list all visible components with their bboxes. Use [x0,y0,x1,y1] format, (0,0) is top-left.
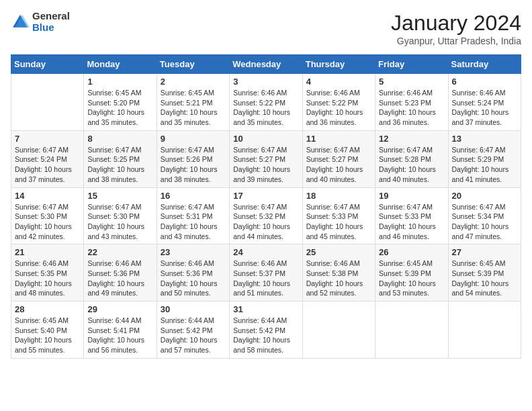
day-number: 17 [233,191,298,201]
logo-icon [11,13,30,32]
day-info: Sunrise: 6:47 AMSunset: 5:34 PMDaylight:… [452,203,509,240]
day-info: Sunrise: 6:44 AMSunset: 5:42 PMDaylight:… [161,316,218,354]
calendar-day-cell [375,302,448,359]
calendar-day-cell [448,302,521,359]
day-number: 23 [161,247,226,257]
day-number: 11 [306,134,371,144]
day-number: 25 [306,247,371,257]
day-number: 12 [379,134,444,144]
day-number: 30 [161,304,226,314]
day-number: 9 [161,134,226,144]
calendar-day-cell [302,302,375,359]
calendar-day-cell: 5 Sunrise: 6:46 AMSunset: 5:23 PMDayligh… [375,74,448,131]
day-info: Sunrise: 6:45 AMSunset: 5:39 PMDaylight:… [379,259,436,297]
day-number: 26 [379,247,444,257]
day-number: 22 [87,247,152,257]
calendar-day-cell: 22 Sunrise: 6:46 AMSunset: 5:36 PMDaylig… [84,244,157,302]
day-number: 5 [379,77,444,87]
day-number: 15 [87,191,152,201]
calendar-day-cell: 3 Sunrise: 6:46 AMSunset: 5:22 PMDayligh… [230,74,302,131]
weekday-header-row: SundayMondayTuesdayWednesdayThursdayFrid… [11,55,521,74]
logo-text: General Blue [32,11,70,33]
day-info: Sunrise: 6:47 AMSunset: 5:27 PMDaylight:… [233,146,290,183]
calendar-day-cell: 21 Sunrise: 6:46 AMSunset: 5:35 PMDaylig… [11,244,84,302]
day-number: 16 [161,191,226,201]
calendar-table: SundayMondayTuesdayWednesdayThursdayFrid… [11,54,521,359]
calendar-day-cell: 6 Sunrise: 6:46 AMSunset: 5:24 PMDayligh… [448,74,521,131]
day-info: Sunrise: 6:46 AMSunset: 5:24 PMDaylight:… [452,89,509,126]
day-info: Sunrise: 6:44 AMSunset: 5:42 PMDaylight:… [233,316,290,354]
weekday-header-cell: Monday [84,55,157,74]
day-number: 4 [306,77,371,87]
weekday-header-cell: Thursday [302,55,375,74]
day-number: 31 [233,304,298,314]
calendar-day-cell: 4 Sunrise: 6:46 AMSunset: 5:22 PMDayligh… [302,74,375,131]
day-info: Sunrise: 6:47 AMSunset: 5:30 PMDaylight:… [15,203,72,240]
calendar-day-cell: 13 Sunrise: 6:47 AMSunset: 5:29 PMDaylig… [448,130,521,187]
calendar-day-cell: 12 Sunrise: 6:47 AMSunset: 5:28 PMDaylig… [375,130,448,187]
day-info: Sunrise: 6:46 AMSunset: 5:37 PMDaylight:… [233,259,290,297]
day-number: 3 [233,77,298,87]
day-number: 13 [452,134,517,144]
day-info: Sunrise: 6:45 AMSunset: 5:40 PMDaylight:… [15,316,72,354]
day-info: Sunrise: 6:47 AMSunset: 5:29 PMDaylight:… [452,146,509,183]
calendar-day-cell: 11 Sunrise: 6:47 AMSunset: 5:27 PMDaylig… [302,130,375,187]
day-info: Sunrise: 6:46 AMSunset: 5:22 PMDaylight:… [306,89,363,126]
calendar-day-cell: 2 Sunrise: 6:45 AMSunset: 5:21 PMDayligh… [157,74,229,131]
calendar-day-cell: 17 Sunrise: 6:47 AMSunset: 5:32 PMDaylig… [230,187,302,244]
title-area: January 2024 Gyanpur, Uttar Pradesh, Ind… [391,11,521,46]
day-number: 19 [379,191,444,201]
logo-blue: Blue [32,22,70,34]
day-info: Sunrise: 6:46 AMSunset: 5:23 PMDaylight:… [379,89,436,126]
day-info: Sunrise: 6:47 AMSunset: 5:26 PMDaylight:… [161,146,218,183]
day-info: Sunrise: 6:45 AMSunset: 5:39 PMDaylight:… [452,259,509,297]
day-info: Sunrise: 6:45 AMSunset: 5:20 PMDaylight:… [87,89,144,126]
calendar-week-row: 28 Sunrise: 6:45 AMSunset: 5:40 PMDaylig… [11,302,521,359]
day-info: Sunrise: 6:47 AMSunset: 5:33 PMDaylight:… [379,203,436,240]
calendar-day-cell: 1 Sunrise: 6:45 AMSunset: 5:20 PMDayligh… [84,74,157,131]
day-info: Sunrise: 6:46 AMSunset: 5:35 PMDaylight:… [15,259,72,297]
calendar-day-cell: 24 Sunrise: 6:46 AMSunset: 5:37 PMDaylig… [230,244,302,302]
day-info: Sunrise: 6:45 AMSunset: 5:21 PMDaylight:… [161,89,218,126]
calendar-day-cell: 15 Sunrise: 6:47 AMSunset: 5:30 PMDaylig… [84,187,157,244]
day-info: Sunrise: 6:47 AMSunset: 5:33 PMDaylight:… [306,203,363,240]
calendar-body: 1 Sunrise: 6:45 AMSunset: 5:20 PMDayligh… [11,74,521,359]
day-number: 1 [87,77,152,87]
day-number: 20 [452,191,517,201]
day-info: Sunrise: 6:47 AMSunset: 5:27 PMDaylight:… [306,146,363,183]
day-info: Sunrise: 6:46 AMSunset: 5:36 PMDaylight:… [87,259,144,297]
calendar-day-cell: 14 Sunrise: 6:47 AMSunset: 5:30 PMDaylig… [11,187,84,244]
calendar-day-cell: 9 Sunrise: 6:47 AMSunset: 5:26 PMDayligh… [157,130,229,187]
weekday-header-cell: Sunday [11,55,84,74]
day-number: 8 [87,134,152,144]
day-info: Sunrise: 6:46 AMSunset: 5:36 PMDaylight:… [161,259,218,297]
day-info: Sunrise: 6:47 AMSunset: 5:32 PMDaylight:… [233,203,290,240]
calendar-day-cell: 20 Sunrise: 6:47 AMSunset: 5:34 PMDaylig… [448,187,521,244]
day-info: Sunrise: 6:46 AMSunset: 5:38 PMDaylight:… [306,259,363,297]
calendar-day-cell: 26 Sunrise: 6:45 AMSunset: 5:39 PMDaylig… [375,244,448,302]
day-number: 10 [233,134,298,144]
logo: General Blue [11,11,70,33]
day-number: 14 [15,191,80,201]
day-number: 28 [15,304,80,314]
calendar-day-cell: 23 Sunrise: 6:46 AMSunset: 5:36 PMDaylig… [157,244,229,302]
calendar-day-cell: 30 Sunrise: 6:44 AMSunset: 5:42 PMDaylig… [157,302,229,359]
day-info: Sunrise: 6:47 AMSunset: 5:30 PMDaylight:… [87,203,144,240]
calendar-day-cell: 25 Sunrise: 6:46 AMSunset: 5:38 PMDaylig… [302,244,375,302]
calendar-day-cell [11,74,84,131]
calendar-day-cell: 8 Sunrise: 6:47 AMSunset: 5:25 PMDayligh… [84,130,157,187]
calendar-day-cell: 18 Sunrise: 6:47 AMSunset: 5:33 PMDaylig… [302,187,375,244]
month-year-title: January 2024 [391,11,521,36]
day-info: Sunrise: 6:47 AMSunset: 5:31 PMDaylight:… [161,203,218,240]
calendar-day-cell: 10 Sunrise: 6:47 AMSunset: 5:27 PMDaylig… [230,130,302,187]
day-info: Sunrise: 6:46 AMSunset: 5:22 PMDaylight:… [233,89,290,126]
day-number: 29 [87,304,152,314]
weekday-header-cell: Saturday [448,55,521,74]
weekday-header-cell: Wednesday [230,55,302,74]
calendar-day-cell: 27 Sunrise: 6:45 AMSunset: 5:39 PMDaylig… [448,244,521,302]
calendar-day-cell: 19 Sunrise: 6:47 AMSunset: 5:33 PMDaylig… [375,187,448,244]
calendar-week-row: 14 Sunrise: 6:47 AMSunset: 5:30 PMDaylig… [11,187,521,244]
day-number: 21 [15,247,80,257]
day-info: Sunrise: 6:47 AMSunset: 5:24 PMDaylight:… [15,146,72,183]
header: General Blue January 2024 Gyanpur, Uttar… [11,11,521,46]
